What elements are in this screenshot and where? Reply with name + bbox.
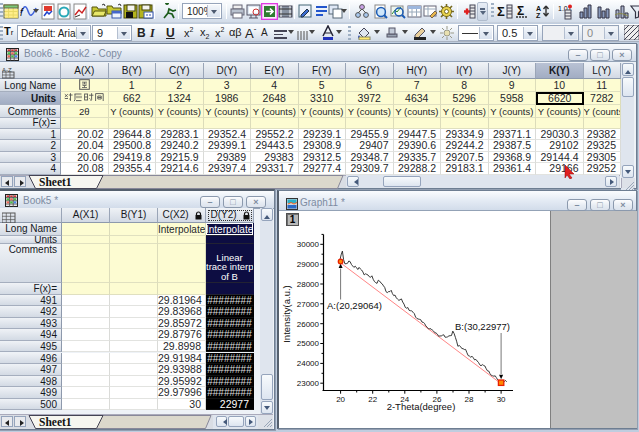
svg-text:Σ: Σ	[497, 4, 505, 19]
svg-text:A: A	[536, 5, 541, 12]
svg-text:29000: 29000	[297, 260, 320, 269]
svg-text:28: 28	[465, 395, 474, 404]
svg-text:Σ: Σ	[517, 4, 524, 18]
svg-text:27000: 27000	[297, 300, 320, 309]
svg-text:25000: 25000	[297, 339, 320, 348]
svg-text:Z: Z	[536, 12, 541, 19]
svg-text:Intensity(a.u.): Intensity(a.u.)	[281, 285, 292, 343]
svg-text:B:(30,22977): B:(30,22977)	[455, 321, 510, 332]
svg-text:30000: 30000	[297, 240, 320, 249]
svg-text:2-Theta(degree): 2-Theta(degree)	[387, 401, 456, 412]
svg-text:28000: 28000	[297, 280, 320, 289]
svg-text:Sheet1: Sheet1	[39, 176, 72, 188]
svg-text:26000: 26000	[297, 320, 320, 329]
svg-text:A:(20,29064): A:(20,29064)	[327, 300, 382, 311]
svg-text:23000: 23000	[297, 379, 320, 388]
svg-text:22: 22	[368, 395, 377, 404]
svg-text:24000: 24000	[297, 359, 320, 368]
svg-text:30: 30	[497, 395, 506, 404]
svg-text:20: 20	[336, 395, 345, 404]
svg-text:Sheet1: Sheet1	[39, 416, 72, 428]
